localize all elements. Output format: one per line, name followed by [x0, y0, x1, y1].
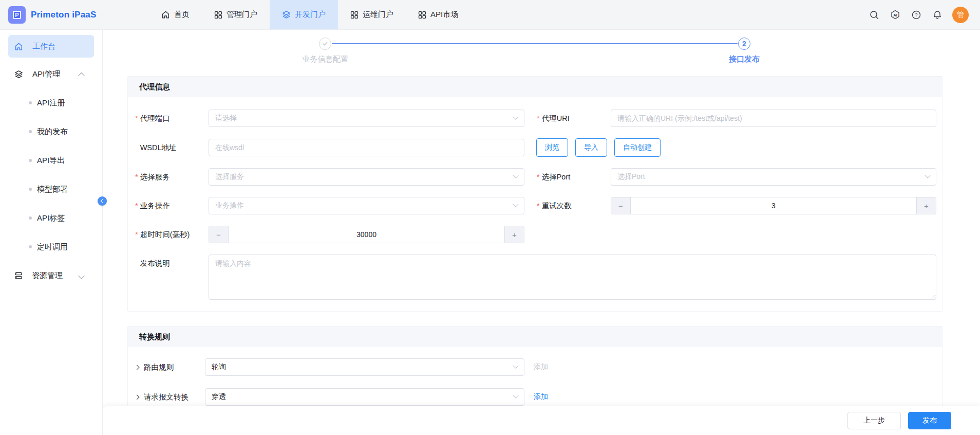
nav-item-api-market[interactable]: API市场 — [406, 0, 470, 29]
user-avatar[interactable]: 管 — [952, 7, 969, 23]
chevron-up-icon — [78, 72, 85, 79]
proxy-uri-input[interactable] — [611, 110, 936, 127]
increase-button[interactable]: + — [916, 197, 936, 214]
required-mark: * — [537, 202, 540, 210]
bullet-dot — [29, 188, 32, 191]
grid-icon — [214, 11, 222, 19]
field-label-request-transform: 请求报文转换 — [135, 392, 205, 402]
field-label-proxy-port: * 代理端口 — [135, 114, 209, 123]
step-1-circle — [319, 38, 331, 50]
sidebar-item-my-publish[interactable]: 我的发布 — [0, 117, 102, 146]
step-1-label: 业务信息配置 — [263, 55, 387, 64]
field-label-retry: * 重试次数 — [537, 201, 611, 211]
sidebar-group-label: 资源管理 — [32, 271, 63, 281]
main-content: 2 业务信息配置 接口发布 代理信息 * 代理端口 请选择 — [103, 30, 980, 435]
retry-count-input[interactable] — [631, 197, 916, 214]
sidebar-item-label: 定时调用 — [37, 242, 68, 252]
sidebar-item-label: 我的发布 — [37, 127, 68, 137]
portal-nav: 首页 管理门户 开发门户 运维门户 API市场 — [149, 0, 470, 29]
sidebar-item-workbench[interactable]: 工作台 — [8, 35, 94, 58]
sidebar-item-scheduled-call[interactable]: 定时调用 — [0, 232, 102, 261]
bell-icon[interactable] — [931, 9, 944, 21]
port-select[interactable]: 选择Port — [611, 168, 936, 186]
sidebar-item-label: API导出 — [37, 156, 65, 166]
field-label-description: * 发布说明 — [135, 255, 209, 268]
bullet-dot — [29, 245, 32, 248]
search-icon[interactable] — [868, 9, 880, 21]
section-title: 代理信息 — [128, 77, 942, 97]
chevron-down-icon — [925, 173, 930, 178]
proxy-port-select[interactable]: 请选择 — [209, 110, 524, 127]
grid-icon — [350, 11, 359, 19]
increase-button[interactable]: + — [504, 226, 524, 243]
sidebar-item-api-register[interactable]: API注册 — [0, 88, 102, 117]
browse-button[interactable]: 浏览 — [536, 138, 568, 157]
publish-button[interactable]: 发布 — [908, 412, 951, 429]
service-select[interactable]: 选择服务 — [209, 168, 524, 186]
timeout-stepper: − + — [209, 226, 524, 243]
previous-step-button[interactable]: 上一步 — [847, 412, 901, 429]
svg-text:AI: AI — [893, 12, 897, 17]
add-routing-rule-link[interactable]: 添加 — [534, 362, 548, 372]
navbar-actions: AI ? 管 — [868, 0, 980, 29]
required-mark: * — [135, 230, 138, 239]
sidebar-item-api-tags[interactable]: API标签 — [0, 204, 102, 232]
layers-icon — [282, 10, 291, 19]
bullet-dot — [29, 216, 32, 220]
retry-count-stepper: − + — [611, 197, 936, 214]
wsdl-address-input[interactable] — [209, 139, 524, 156]
chevron-right-icon[interactable] — [135, 394, 140, 400]
decrease-button[interactable]: − — [209, 226, 229, 243]
auto-create-button[interactable]: 自动创建 — [614, 138, 661, 157]
nav-item-ops-portal[interactable]: 运维门户 — [338, 0, 406, 29]
brand[interactable]: P Primeton iPaaS — [0, 0, 128, 29]
ai-icon[interactable]: AI — [889, 9, 901, 21]
brand-name: Primeton iPaaS — [31, 10, 97, 20]
sidebar-group-api-management[interactable]: API管理 — [0, 60, 102, 88]
operation-select[interactable]: 业务操作 — [209, 197, 524, 214]
sidebar-item-label: 模型部署 — [37, 185, 68, 194]
nav-item-label: 管理门户 — [227, 10, 257, 20]
database-icon — [14, 271, 23, 280]
chevron-down-icon — [513, 202, 518, 207]
home-icon — [14, 42, 23, 51]
step-2-label: 接口发布 — [683, 55, 806, 64]
nav-item-admin-portal[interactable]: 管理门户 — [202, 0, 270, 29]
svg-text:?: ? — [915, 12, 917, 17]
add-request-transform-link[interactable]: 添加 — [534, 392, 548, 402]
field-label-wsdl: * WSDL地址 — [135, 143, 209, 153]
sidebar-item-label: API注册 — [37, 98, 65, 108]
brand-logo-icon: P — [8, 6, 26, 24]
required-mark: * — [135, 114, 138, 122]
grid-icon — [418, 11, 426, 19]
sidebar-item-label: API标签 — [37, 213, 65, 223]
field-label-service: * 选择服务 — [135, 172, 209, 182]
help-icon[interactable]: ? — [910, 9, 922, 21]
proxy-info-section: 代理信息 * 代理端口 请选择 * — [127, 76, 943, 312]
import-button[interactable]: 导入 — [575, 138, 607, 157]
sidebar-item-label: 工作台 — [32, 42, 55, 51]
sidebar-collapse-handle[interactable] — [98, 196, 107, 206]
check-icon — [322, 41, 328, 47]
sidebar-group-resource-management[interactable]: 资源管理 — [0, 261, 102, 290]
home-icon — [161, 10, 170, 19]
field-label-port: * 选择Port — [537, 172, 611, 182]
footer-action-bar: 上一步 发布 — [103, 406, 980, 435]
timeout-input[interactable] — [229, 226, 504, 243]
nav-item-label: 运维门户 — [363, 10, 393, 20]
routing-rule-select[interactable]: 轮询 — [205, 358, 524, 376]
chevron-right-icon[interactable] — [135, 365, 140, 370]
nav-item-label: API市场 — [430, 10, 458, 20]
decrease-button[interactable]: − — [611, 197, 631, 214]
bullet-dot — [29, 159, 32, 162]
sidebar-item-model-deploy[interactable]: 模型部署 — [0, 175, 102, 204]
request-transform-select[interactable]: 穿透 — [205, 388, 524, 406]
publish-description-textarea[interactable] — [209, 255, 936, 300]
chevron-down-icon — [513, 363, 518, 369]
section-title: 转换规则 — [128, 327, 942, 347]
bullet-dot — [29, 130, 32, 133]
nav-item-home[interactable]: 首页 — [149, 0, 202, 29]
step-2-circle: 2 — [738, 38, 750, 50]
nav-item-dev-portal[interactable]: 开发门户 — [270, 0, 338, 29]
sidebar-item-api-export[interactable]: API导出 — [0, 146, 102, 175]
